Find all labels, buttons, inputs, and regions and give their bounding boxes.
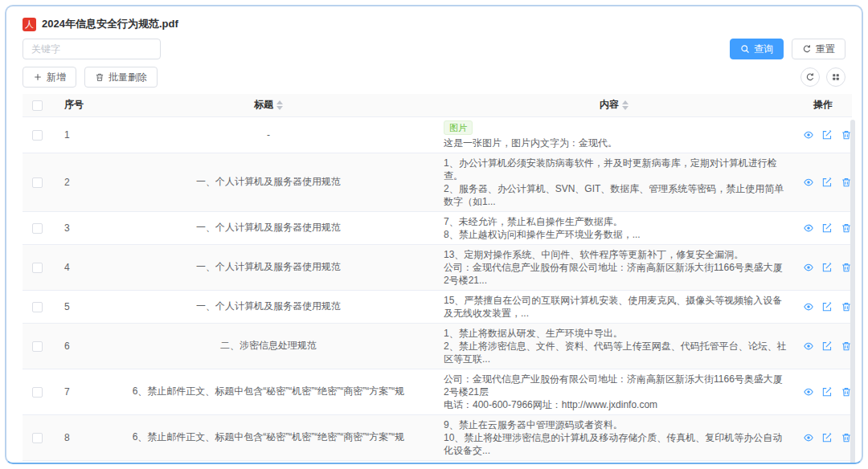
row-index: 6 bbox=[64, 341, 70, 352]
refresh-table-button[interactable] bbox=[800, 67, 820, 87]
row-index: 2 bbox=[64, 177, 70, 188]
content-line: 1、办公计算机必须安装防病毒软件，并及时更新病毒库，定期对计算机进行检查。 bbox=[444, 157, 788, 182]
row-title: 6、禁止邮件正文、标题中包含“秘密”“机密”“绝密”“商密”“方案”“规 bbox=[133, 385, 405, 397]
row-index: 3 bbox=[64, 222, 70, 234]
edit-icon[interactable] bbox=[821, 128, 833, 141]
row-checkbox[interactable] bbox=[32, 263, 43, 273]
reset-button[interactable]: 重置 bbox=[792, 39, 845, 59]
pdf-file-icon: 人 bbox=[23, 18, 36, 31]
content-line: 9、禁止在云服务器中管理源码或者资料。 bbox=[444, 418, 788, 431]
plus-icon bbox=[33, 72, 43, 82]
table-row: 4 一、个人计算机及服务器使用规范 13、定期对操作系统、中间件、软件程序等更新… bbox=[23, 244, 852, 290]
content-line: 16、未经允许，禁止将客户涉密资料、项目账号密码等转发给非相关人员。 bbox=[444, 464, 788, 465]
row-content: 15、严禁擅自在公司的互联网计算机安装、使用麦克风、摄像头等视频输入设备及无线收… bbox=[444, 294, 788, 320]
data-table: 序号 标题 内容 操作 1 - 图片 这是一张图片，图片内文字为：金现代。 bbox=[23, 94, 852, 464]
keyword-input[interactable] bbox=[23, 39, 161, 59]
table-row: 1 - 图片 这是一张图片，图片内文字为：金现代。 bbox=[23, 116, 852, 153]
row-checkbox[interactable] bbox=[32, 341, 43, 352]
table-header-row: 序号 标题 内容 操作 bbox=[23, 94, 852, 116]
toolbar: 新增 批量删除 bbox=[23, 67, 845, 88]
edit-icon[interactable] bbox=[821, 340, 833, 352]
view-icon[interactable] bbox=[803, 176, 814, 188]
content-line: 电话：400-600-7966网址：http://www.jxdinfo.com bbox=[444, 398, 788, 411]
sort-icon[interactable] bbox=[622, 100, 628, 110]
row-title: 6、禁止邮件正文、标题中包含“秘密”“机密”“绝密”“商密”“方案”“规 bbox=[133, 431, 405, 442]
row-checkbox[interactable] bbox=[32, 223, 43, 234]
content-line: 8、禁止越权访问和操作生产环境业务数据，... bbox=[444, 228, 788, 241]
table-row: 2 一、个人计算机及服务器使用规范 1、办公计算机必须安装防病毒软件，并及时更新… bbox=[23, 153, 852, 211]
column-header-actions: 操作 bbox=[794, 94, 852, 116]
view-icon[interactable] bbox=[803, 300, 814, 312]
grid-icon bbox=[831, 72, 841, 82]
batch-delete-button-label: 批量删除 bbox=[108, 71, 147, 84]
row-index: 5 bbox=[64, 301, 70, 312]
file-header: 人 2024年信息安全行为规范.pdf bbox=[23, 16, 845, 32]
view-icon[interactable] bbox=[803, 340, 814, 352]
row-title: 一、个人计算机及服务器使用规范 bbox=[196, 261, 341, 272]
row-content: 公司：金现代信息产业股份有限公司地址：济南高新区新泺大街1166号奥盛大厦2号楼… bbox=[444, 373, 788, 411]
vertical-scrollbar[interactable] bbox=[850, 120, 855, 464]
view-icon[interactable] bbox=[803, 222, 814, 234]
row-title: 一、个人计算机及服务器使用规范 bbox=[196, 222, 341, 233]
row-content: 1、禁止将数据从研发、生产环境中导出。2、禁止将涉密信息、文件、资料、代码等上传… bbox=[444, 327, 788, 365]
column-header-title-label: 标题 bbox=[254, 99, 273, 110]
content-line: 这是一张图片，图片内文字为：金现代。 bbox=[444, 137, 788, 149]
row-title: 二、涉密信息处理规范 bbox=[220, 340, 317, 351]
content-line: 2、服务器、办公计算机、SVN、GIT、数据库、管理系统等密码，禁止使用简单数字… bbox=[444, 182, 788, 208]
edit-icon[interactable] bbox=[821, 176, 833, 188]
row-index: 4 bbox=[64, 262, 70, 273]
trash-icon bbox=[95, 72, 104, 82]
row-content: 这是一张图片，图片内文字为：金现代。 bbox=[444, 137, 788, 149]
row-title: 一、个人计算机及服务器使用规范 bbox=[196, 176, 341, 187]
row-checkbox[interactable] bbox=[32, 387, 43, 398]
search-button[interactable]: 查询 bbox=[730, 39, 784, 59]
add-button[interactable]: 新增 bbox=[23, 67, 76, 88]
column-header-index: 序号 bbox=[55, 94, 103, 116]
refresh-icon bbox=[802, 44, 812, 54]
table-row: 6 二、涉密信息处理规范 1、禁止将数据从研发、生产环境中导出。2、禁止将涉密信… bbox=[23, 323, 852, 369]
search-actions: 查询 重置 bbox=[730, 39, 845, 59]
search-icon bbox=[740, 44, 750, 54]
column-header-content[interactable]: 内容 bbox=[434, 94, 794, 116]
view-icon[interactable] bbox=[803, 431, 814, 443]
content-line: 7、未经允许，禁止私自操作生产数据库。 bbox=[444, 215, 788, 228]
row-content: 16、未经允许，禁止将客户涉密资料、项目账号密码等转发给非相关人员。17、禁止在… bbox=[444, 464, 788, 465]
row-checkbox[interactable] bbox=[32, 130, 43, 141]
column-header-content-label: 内容 bbox=[600, 99, 619, 110]
row-content: 1、办公计算机必须安装防病毒软件，并及时更新病毒库，定期对计算机进行检查。2、服… bbox=[444, 157, 788, 208]
row-checkbox[interactable] bbox=[32, 302, 43, 312]
row-content: 9、禁止在云服务器中管理源码或者资料。10、禁止将处理涉密信息的计算机及移动存储… bbox=[444, 418, 788, 457]
row-title: 一、个人计算机及服务器使用规范 bbox=[196, 300, 341, 312]
column-settings-button[interactable] bbox=[826, 67, 845, 87]
edit-icon[interactable] bbox=[821, 300, 833, 312]
row-content: 13、定期对操作系统、中间件、软件程序等更新补丁，修复安全漏洞。公司：金现代信息… bbox=[444, 248, 788, 287]
refresh-icon bbox=[805, 72, 815, 82]
content-line: 2、禁止将涉密信息、文件、资料、代码等上传至网盘、代码托管平台、论坛、社区等互联… bbox=[444, 340, 788, 365]
sort-icon[interactable] bbox=[276, 100, 283, 110]
content-line: 公司：金现代信息产业股份有限公司地址：济南高新区新泺大街1166号奥盛大厦2号楼… bbox=[444, 373, 788, 398]
table-row: 3 一、个人计算机及服务器使用规范 7、未经允许，禁止私自操作生产数据库。8、禁… bbox=[23, 211, 852, 244]
edit-icon[interactable] bbox=[821, 431, 833, 443]
column-header-title[interactable]: 标题 bbox=[103, 94, 434, 116]
view-icon[interactable] bbox=[803, 128, 814, 141]
table-wrap: 序号 标题 内容 操作 1 - 图片 这是一张图片，图片内文字为：金现代。 bbox=[23, 94, 845, 464]
row-checkbox[interactable] bbox=[32, 177, 43, 188]
content-line: 1、禁止将数据从研发、生产环境中导出。 bbox=[444, 327, 788, 340]
file-title: 2024年信息安全行为规范.pdf bbox=[42, 17, 178, 31]
row-index: 7 bbox=[64, 386, 70, 398]
add-button-label: 新增 bbox=[47, 71, 66, 84]
row-index: 8 bbox=[64, 432, 70, 443]
row-checkbox[interactable] bbox=[32, 433, 43, 443]
view-icon[interactable] bbox=[803, 385, 814, 398]
edit-icon[interactable] bbox=[821, 261, 833, 273]
content-card: 人 2024年信息安全行为规范.pdf 查询 重置 新增 批量删除 bbox=[5, 5, 863, 464]
edit-icon[interactable] bbox=[821, 222, 833, 234]
row-content: 7、未经允许，禁止私自操作生产数据库。8、禁止越权访问和操作生产环境业务数据，.… bbox=[444, 215, 788, 241]
content-line: 10、禁止将处理涉密信息的计算机及移动存储介质、传真机、复印机等办公自动化设备交… bbox=[444, 431, 788, 457]
search-row: 查询 重置 bbox=[23, 39, 845, 59]
edit-icon[interactable] bbox=[821, 385, 833, 398]
batch-delete-button[interactable]: 批量删除 bbox=[84, 67, 158, 88]
view-icon[interactable] bbox=[803, 261, 814, 273]
reset-button-label: 重置 bbox=[816, 43, 835, 56]
select-all-checkbox[interactable] bbox=[32, 100, 43, 111]
